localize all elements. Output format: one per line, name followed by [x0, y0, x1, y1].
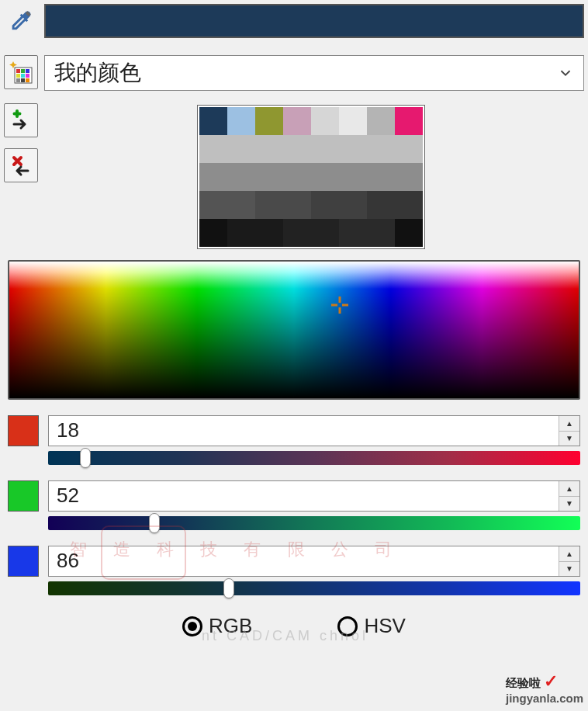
svg-rect-4	[16, 74, 20, 78]
swatch-cell[interactable]	[367, 163, 395, 191]
b-channel-slider[interactable]	[48, 581, 580, 595]
svg-rect-2	[21, 69, 25, 73]
swatch-cell[interactable]	[227, 219, 255, 247]
add-arrow-icon	[9, 109, 33, 132]
palette-select[interactable]: 我的颜色	[44, 55, 584, 91]
g-channel-slider[interactable]	[48, 516, 580, 530]
swatch-cell[interactable]	[255, 135, 283, 163]
swatch-cell[interactable]	[227, 135, 255, 163]
g-slider-thumb[interactable]	[149, 513, 160, 533]
mode-rgb-label: RGB	[209, 614, 252, 638]
remove-color-button[interactable]	[4, 148, 38, 182]
swatch-cell[interactable]	[227, 163, 255, 191]
swatch-cell[interactable]	[311, 107, 339, 135]
b-channel-value: 86	[49, 546, 559, 576]
b-channel-swatch	[8, 546, 39, 577]
g-stepper[interactable]: ▲▼	[559, 481, 579, 511]
custom-swatch-grid[interactable]	[197, 105, 425, 249]
svg-rect-9	[26, 78, 29, 82]
mode-hsv-label: HSV	[364, 614, 405, 638]
swatch-cell[interactable]	[283, 163, 311, 191]
r-channel-value: 18	[49, 416, 559, 446]
r-channel-slider[interactable]	[48, 451, 580, 465]
swatch-cell[interactable]	[199, 219, 227, 247]
swatch-cell[interactable]	[339, 163, 367, 191]
swatch-cell[interactable]	[283, 135, 311, 163]
swatch-cell[interactable]	[283, 191, 311, 219]
swatch-cell[interactable]	[339, 219, 367, 247]
swatch-cell[interactable]	[395, 163, 423, 191]
swatch-cell[interactable]	[199, 107, 227, 135]
chevron-down-icon	[557, 64, 574, 82]
swatch-cell[interactable]	[395, 219, 423, 247]
swatch-cell[interactable]	[367, 135, 395, 163]
down-icon[interactable]: ▼	[559, 562, 579, 577]
swatch-cell[interactable]	[255, 219, 283, 247]
swatch-cell[interactable]	[367, 219, 395, 247]
svg-rect-8	[21, 78, 25, 82]
swatch-cell[interactable]	[367, 107, 395, 135]
up-icon[interactable]: ▲	[559, 481, 579, 497]
swatch-cell[interactable]	[395, 107, 423, 135]
swatch-cell[interactable]	[255, 163, 283, 191]
add-color-button[interactable]	[4, 103, 38, 137]
svg-rect-3	[26, 69, 29, 73]
swatch-cell[interactable]	[283, 219, 311, 247]
swatch-cell[interactable]	[395, 135, 423, 163]
eyedropper-button[interactable]	[4, 4, 38, 38]
b-channel-input[interactable]: 86 ▲▼	[48, 546, 580, 577]
palette-sparkle-icon	[9, 60, 33, 85]
swatch-cell[interactable]	[339, 191, 367, 219]
swatch-cell[interactable]	[199, 135, 227, 163]
swatch-cell[interactable]	[311, 219, 339, 247]
swatch-cell[interactable]	[367, 191, 395, 219]
swatch-cell[interactable]	[339, 135, 367, 163]
swatch-cell[interactable]	[199, 191, 227, 219]
swatch-cell[interactable]	[311, 135, 339, 163]
down-icon[interactable]: ▼	[559, 497, 579, 512]
swatch-cell[interactable]	[311, 191, 339, 219]
swatch-cell[interactable]	[339, 107, 367, 135]
swatch-cell[interactable]	[255, 107, 283, 135]
swatch-cell[interactable]	[395, 191, 423, 219]
swatch-cell[interactable]	[311, 163, 339, 191]
svg-rect-6	[26, 74, 29, 78]
r-channel-input[interactable]: 18 ▲▼	[48, 415, 580, 446]
r-stepper[interactable]: ▲▼	[559, 416, 579, 446]
mode-rgb-radio[interactable]: RGB	[182, 614, 252, 638]
spectrum-picker[interactable]	[8, 260, 580, 400]
swatch-cell[interactable]	[283, 107, 311, 135]
current-color-preview	[44, 4, 584, 38]
g-channel-value: 52	[49, 481, 559, 511]
r-slider-thumb[interactable]	[80, 448, 91, 468]
svg-rect-5	[21, 74, 25, 78]
b-slider-thumb[interactable]	[223, 578, 234, 598]
new-palette-button[interactable]	[4, 55, 38, 89]
swatch-cell[interactable]	[227, 107, 255, 135]
b-stepper[interactable]: ▲▼	[559, 546, 579, 576]
g-channel-input[interactable]: 52 ▲▼	[48, 480, 580, 512]
palette-select-label: 我的颜色	[54, 58, 141, 88]
mode-hsv-radio[interactable]: HSV	[337, 614, 405, 638]
swatch-cell[interactable]	[255, 191, 283, 219]
remove-arrow-icon	[9, 154, 33, 177]
swatch-cell[interactable]	[227, 191, 255, 219]
eyedropper-icon	[8, 8, 34, 34]
radio-icon	[182, 616, 202, 636]
g-channel-swatch	[8, 480, 39, 512]
svg-rect-7	[16, 78, 20, 82]
radio-icon	[337, 616, 358, 636]
up-icon[interactable]: ▲	[559, 416, 579, 432]
swatch-cell[interactable]	[199, 163, 227, 191]
down-icon[interactable]: ▼	[559, 432, 579, 446]
r-channel-swatch	[8, 415, 39, 446]
svg-rect-1	[16, 69, 20, 73]
up-icon[interactable]: ▲	[559, 546, 579, 562]
spectrum-crosshair-icon	[331, 297, 348, 314]
